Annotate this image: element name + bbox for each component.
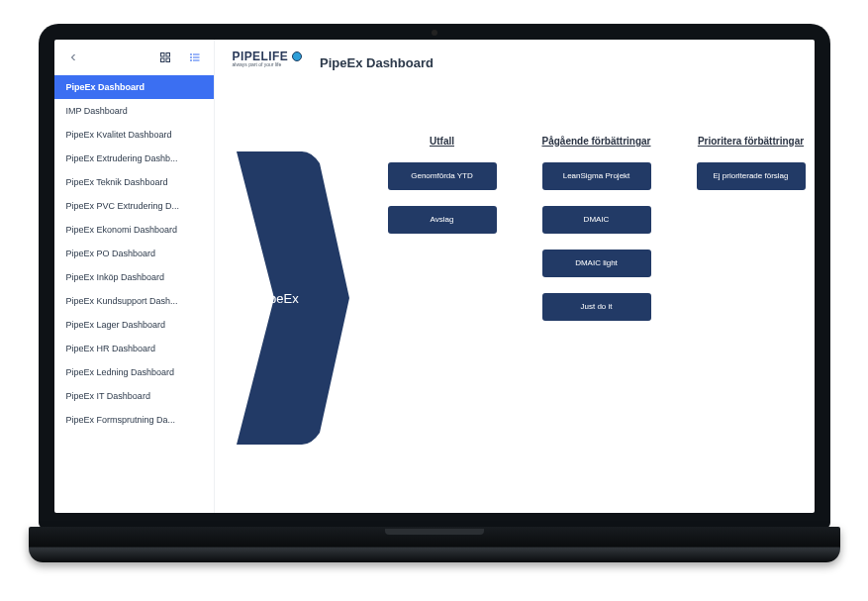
- sidebar-toolbar: [54, 40, 214, 75]
- main-area: PIPELIFE always part of your life PipeEx…: [215, 40, 815, 513]
- content-columns: PipeEx UtfallGenomförda YTDAvslagPågåend…: [233, 136, 815, 447]
- sidebar-item-13[interactable]: PipeEx IT Dashboard: [54, 384, 214, 408]
- sidebar-nav: PipeEx DashboardIMP DashboardPipeEx Kval…: [54, 75, 214, 432]
- sidebar-item-4[interactable]: PipeEx Teknik Dashboard: [54, 170, 214, 194]
- brand: PIPELIFE always part of your life: [233, 50, 303, 67]
- column-1: Pågående förbättringarLeanSigma ProjektD…: [533, 136, 660, 321]
- column-head-2: Prioritera förbättringar: [698, 136, 804, 147]
- column-head-0: Utfall: [430, 136, 454, 147]
- sidebar-item-7[interactable]: PipeEx PO Dashboard: [54, 242, 214, 265]
- card-2-0[interactable]: Ej prioriterade förslag: [697, 162, 806, 190]
- laptop-lid: PipeEx DashboardIMP DashboardPipeEx Kval…: [39, 24, 830, 529]
- sidebar-item-10[interactable]: PipeEx Lager Dashboard: [54, 313, 214, 337]
- arrow-label: PipeEx: [258, 290, 299, 305]
- back-icon[interactable]: [62, 47, 84, 68]
- svg-rect-1: [166, 52, 170, 56]
- svg-rect-0: [160, 52, 164, 56]
- laptop-base: [29, 527, 840, 562]
- arrow-column: PipeEx: [233, 140, 351, 447]
- sidebar-item-11[interactable]: PipeEx HR Dashboard: [54, 337, 214, 360]
- sidebar-item-2[interactable]: PipeEx Kvalitet Dashboard: [54, 123, 214, 147]
- sidebar-item-3[interactable]: PipeEx Extrudering Dashb...: [54, 147, 214, 170]
- app-screen: PipeEx DashboardIMP DashboardPipeEx Kval…: [54, 40, 815, 513]
- brand-tagline: always part of your life: [233, 61, 303, 67]
- column-0: UtfallGenomförda YTDAvslag: [379, 136, 506, 321]
- page-title: PipeEx Dashboard: [320, 55, 434, 70]
- sidebar-item-1[interactable]: IMP Dashboard: [54, 99, 214, 123]
- svg-point-9: [190, 59, 191, 60]
- sidebar: PipeEx DashboardIMP DashboardPipeEx Kval…: [54, 40, 215, 513]
- svg-rect-2: [160, 58, 164, 62]
- sidebar-item-9[interactable]: PipeEx Kundsupport Dash...: [54, 289, 214, 313]
- svg-point-8: [190, 56, 191, 57]
- column-head-1: Pågående förbättringar: [541, 136, 650, 147]
- sidebar-item-0[interactable]: PipeEx Dashboard: [54, 75, 214, 99]
- sidebar-item-14[interactable]: PipeEx Formsprutning Da...: [54, 408, 214, 432]
- header-row: PIPELIFE always part of your life PipeEx…: [233, 50, 815, 108]
- laptop-frame: PipeEx DashboardIMP DashboardPipeEx Kval…: [29, 24, 840, 578]
- grid-view-icon[interactable]: [154, 47, 176, 68]
- card-1-1[interactable]: DMAIC: [542, 206, 651, 234]
- svg-point-7: [190, 53, 191, 54]
- card-1-0[interactable]: LeanSigma Projekt: [542, 162, 651, 190]
- sidebar-item-12[interactable]: PipeEx Ledning Dashboard: [54, 360, 214, 384]
- card-1-3[interactable]: Just do it: [542, 293, 651, 321]
- card-0-1[interactable]: Avslag: [388, 206, 497, 234]
- sidebar-item-6[interactable]: PipeEx Ekonomi Dashboard: [54, 218, 214, 242]
- camera-dot: [432, 30, 437, 36]
- list-view-icon[interactable]: [184, 47, 206, 68]
- card-1-2[interactable]: DMAIC light: [542, 250, 651, 277]
- brand-dot-icon: [292, 51, 302, 61]
- sidebar-item-8[interactable]: PipeEx Inköp Dashboard: [54, 265, 214, 289]
- view-toggle-group: [154, 47, 206, 68]
- svg-rect-3: [166, 58, 170, 62]
- column-2: Prioritera förbättringarEj prioriterade …: [688, 136, 815, 321]
- card-0-0[interactable]: Genomförda YTD: [388, 162, 497, 190]
- sidebar-item-5[interactable]: PipeEx PVC Extrudering D...: [54, 194, 214, 218]
- arrow-shape-wrap: PipeEx: [233, 150, 351, 447]
